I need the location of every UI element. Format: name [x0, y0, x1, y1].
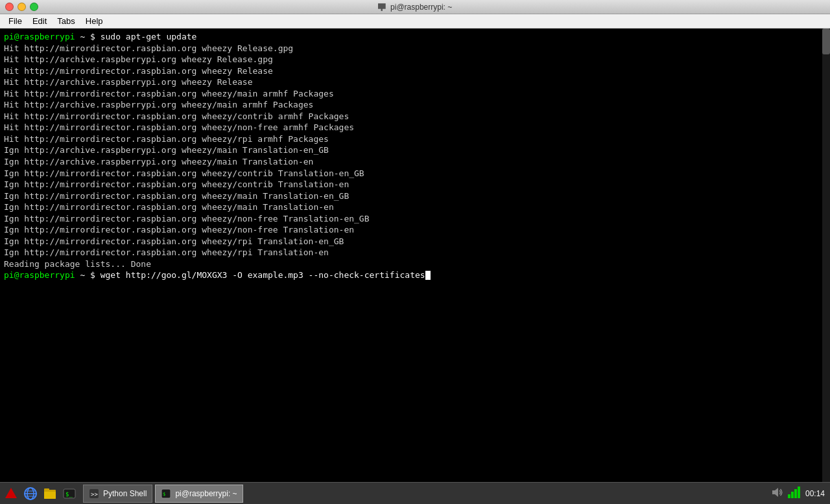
svg-marker-0: [5, 488, 17, 498]
volume-icon[interactable]: [770, 486, 783, 501]
browser-icon[interactable]: [22, 485, 39, 502]
terminal-output: pi@raspberrypi ~ $ sudo apt-get update H…: [4, 31, 826, 281]
taskbar-app-python[interactable]: >> Python Shell: [83, 485, 152, 503]
scrollbar-thumb[interactable]: [822, 29, 830, 54]
menubar: File Edit Tabs Help: [0, 14, 830, 29]
file-manager-icon[interactable]: [42, 485, 58, 502]
taskbar: $_ >> Python Shell $ pi@raspberrypi: ~: [0, 482, 830, 504]
clock: 00:14: [805, 489, 825, 498]
taskbar-system-icons: $_: [0, 485, 80, 502]
svg-text:$: $: [163, 492, 165, 497]
svg-rect-16: [788, 494, 790, 498]
svg-rect-8: [44, 488, 49, 491]
svg-rect-7: [44, 492, 56, 499]
terminal-area[interactable]: pi@raspberrypi ~ $ sudo apt-get update H…: [0, 29, 830, 482]
close-button[interactable]: [5, 3, 14, 11]
terminal-app-label: pi@raspberrypi: ~: [175, 489, 237, 498]
minimize-button[interactable]: [18, 3, 26, 11]
svg-text:>>: >>: [91, 491, 98, 498]
menu-edit[interactable]: Edit: [27, 15, 52, 27]
terminal-launch-icon[interactable]: $_: [61, 485, 78, 502]
window-title: pi@raspberrypi: ~: [378, 3, 453, 12]
taskbar-apps: >> Python Shell $ pi@raspberrypi: ~: [80, 485, 765, 503]
scrollbar[interactable]: [822, 29, 830, 482]
svg-rect-18: [794, 489, 797, 498]
svg-rect-19: [798, 487, 800, 498]
python-icon: >>: [89, 488, 99, 499]
app-menu-icon[interactable]: [3, 485, 19, 502]
menu-tabs[interactable]: Tabs: [52, 15, 80, 27]
python-shell-label: Python Shell: [103, 489, 147, 498]
maximize-button[interactable]: [30, 3, 38, 11]
titlebar: pi@raspberrypi: ~: [0, 0, 830, 14]
menu-help[interactable]: Help: [80, 15, 108, 27]
window-controls[interactable]: [5, 3, 38, 11]
taskbar-systray: 00:14: [765, 486, 830, 501]
svg-text:$_: $_: [65, 491, 73, 498]
terminal-icon: $: [161, 488, 171, 499]
menu-file[interactable]: File: [3, 15, 27, 27]
svg-rect-17: [791, 492, 794, 498]
taskbar-app-terminal[interactable]: $ pi@raspberrypi: ~: [155, 485, 243, 503]
svg-marker-15: [772, 488, 778, 497]
network-icon[interactable]: [787, 487, 801, 500]
